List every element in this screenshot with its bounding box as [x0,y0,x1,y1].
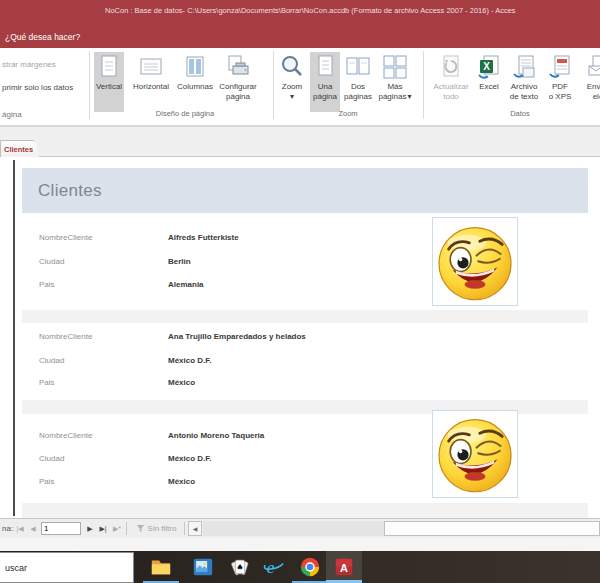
text-file-icon [511,52,537,82]
field-label-pais: Pais [39,378,55,387]
chrome-taskbar-button[interactable] [292,551,328,583]
last-page-button[interactable]: ▶| [97,519,109,538]
page-setup-label-1: Configurar [219,82,256,92]
field-value-country: México [168,378,195,387]
filter-funnel-icon [136,524,145,533]
send-email-button[interactable]: Enviar ele [578,52,600,112]
more-pages-label-2: páginas [378,92,406,102]
chrome-icon [299,556,321,578]
send-email-label-2: ele [593,92,600,102]
one-page-label-1: Una [318,82,333,92]
field-value-name: Alfreds Futterkiste [168,233,239,242]
field-value-city: México D.F. [168,356,212,365]
access-taskbar-button[interactable]: A [326,551,362,583]
no-filter-label: Sin filtro [148,524,177,533]
record-navigator: na: |◀ ◀ ▶ ▶| ▶* Sin filtro ◀ [0,518,600,538]
report-title: Clientes [38,181,102,201]
excel-label: Excel [479,82,499,92]
hscroll-track[interactable] [203,521,384,536]
zoom-icon [279,52,305,82]
access-icon: A [333,556,355,578]
excel-icon: X [476,52,502,82]
pdf-xps-label-1: PDF [552,82,568,92]
two-pages-label-2: páginas [344,92,372,102]
alt-row-band [22,310,588,323]
hscroll-left-arrow[interactable]: ◀ [188,521,202,536]
no-filter-button[interactable]: Sin filtro [131,519,181,538]
first-page-button[interactable]: |◀ [14,519,26,538]
more-pages-label-1: Más [387,82,402,92]
record-row: Pais México [0,378,600,389]
show-margins-checkbox-label[interactable]: strar márgenes [2,60,56,69]
taskbar-search-box[interactable]: uscar [0,552,134,583]
page-setup-icon [225,52,251,82]
current-page-input[interactable] [41,522,81,535]
svg-text:A: A [340,562,348,574]
photos-taskbar-button[interactable] [185,551,221,583]
svg-text:e: e [267,557,275,577]
vertical-button[interactable]: Vertical [94,52,124,112]
pdf-xps-label-2: o XPS [549,92,572,102]
photos-icon [192,556,214,578]
navigator-divider [126,522,127,535]
navigator-divider [184,522,185,535]
export-text-file-button[interactable]: Archivo de texto [505,52,543,112]
page-setup-button[interactable]: Configurar página [214,52,262,112]
landscape-page-icon [138,52,164,82]
document-tab-clientes[interactable]: Clientes [0,140,40,158]
columns-button[interactable]: Columnas [174,52,216,112]
windows-taskbar: uscar ♠ e A [0,551,600,583]
one-page-button[interactable]: Una página [310,52,340,112]
ribbon: strar márgenes primir solo los datos ági… [0,48,600,126]
columns-icon [183,52,207,82]
print-data-only-checkbox-label[interactable]: primir solo los datos [2,83,73,92]
data-group-label: Datos [492,109,548,118]
tell-me-box[interactable]: ¿Qué desea hacer? [5,32,80,42]
field-value-name: Antonio Moreno Taquería [168,431,264,440]
internet-explorer-icon: e [263,556,285,578]
portrait-page-icon [97,52,121,82]
field-label-nombrecliente: NombreCliente [39,431,92,440]
page-size-group-label: ágina [2,110,22,119]
hscroll-thumb[interactable] [384,521,600,536]
more-pages-icon [382,52,408,82]
file-explorer-taskbar-button[interactable] [143,551,179,583]
title-bar: NoCon : Base de datos- C:\Users\gonza\Do… [0,0,600,28]
field-label-ciudad: Ciudad [39,257,64,266]
new-record-button[interactable]: ▶* [111,519,123,538]
window-bottom-strip [0,538,600,551]
send-email-label-1: Enviar [587,82,600,92]
export-excel-button[interactable]: X Excel [476,52,502,112]
two-pages-icon [345,52,371,82]
next-page-button[interactable]: ▶ [85,519,95,538]
field-value-name: Ana Trujillo Emparedados y helados [168,332,306,341]
horizontal-button[interactable]: Horizontal [126,52,176,112]
record-row: NombreCliente Ana Trujillo Emparedados y… [0,332,600,343]
one-page-icon [313,52,337,82]
two-pages-button[interactable]: Dos páginas [342,52,374,112]
refresh-all-label-2: todo [443,92,459,102]
zoom-dropdown-arrow-icon: ▾ [290,92,294,102]
page-layout-group-label: Diseño de página [140,109,230,118]
more-pages-button[interactable]: Más páginas▾ [374,52,416,112]
ribbon-divider [273,51,274,119]
customer-image-smiley [432,217,518,306]
solitaire-taskbar-button[interactable]: ♠ [222,551,258,583]
one-page-label-2: página [313,92,337,102]
field-label-ciudad: Ciudad [39,454,64,463]
document-tab-bar: Clientes [0,126,600,157]
pdf-icon [547,52,573,82]
field-value-country: Alemania [168,280,204,289]
solitaire-cards-icon: ♠ [229,556,251,578]
export-pdf-xps-button[interactable]: PDF o XPS [544,52,576,112]
print-preview-page[interactable]: Clientes NombreCliente Alfreds Futterkis… [0,157,600,518]
previous-page-button[interactable]: ◀ [28,519,38,538]
field-label-nombrecliente: NombreCliente [39,332,92,341]
customer-image-smiley [432,410,518,498]
internet-explorer-taskbar-button[interactable]: e [256,551,292,583]
text-file-label-2: de texto [510,92,538,102]
alt-row-band [22,503,588,518]
zoom-button[interactable]: Zoom ▾ [278,52,306,112]
refresh-all-button[interactable]: Actualizar todo [429,52,473,112]
more-pages-dropdown-arrow-icon: ▾ [408,92,412,102]
